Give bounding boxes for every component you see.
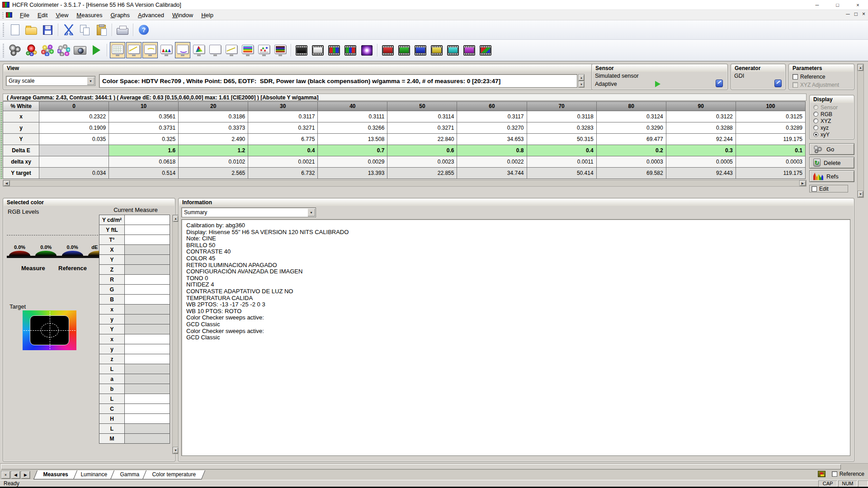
measure-cell[interactable]: 0.0618 (109, 156, 179, 168)
measure-cell[interactable]: 0.0003 (736, 156, 805, 168)
information-view-dropdown[interactable]: Summary ▼ (181, 207, 316, 217)
measure-cell[interactable]: 13.508 (318, 134, 387, 145)
menu-item-edit[interactable]: Edit (33, 11, 52, 19)
reference-checkbox[interactable]: Reference (793, 74, 825, 80)
copy-button[interactable] (77, 22, 93, 38)
measure-cell[interactable]: 92.244 (666, 134, 736, 145)
mdi-close-button[interactable]: × (862, 11, 865, 17)
pattern-white-button[interactable] (310, 42, 326, 58)
measure-cell[interactable]: 0.0011 (527, 156, 596, 168)
chevron-down-icon[interactable]: ▼ (87, 77, 94, 85)
measure-cell[interactable]: 2.490 (179, 134, 248, 145)
refs-button[interactable]: Refs (809, 170, 854, 182)
measure-cell[interactable]: 0.3125 (736, 111, 805, 122)
measure-cell[interactable]: 0.3124 (596, 111, 666, 122)
measure-cell[interactable]: 0.3271 (248, 122, 318, 134)
checkbox-icon[interactable] (832, 471, 837, 477)
minimize-button[interactable]: ─ (807, 0, 827, 10)
measure-cell[interactable]: 0.3186 (179, 111, 248, 122)
scroll-left-icon[interactable]: ◀ (3, 180, 10, 186)
reference-toggle-checkbox[interactable]: Reference (832, 471, 864, 477)
main-vertical-scrollbar[interactable]: ▲ ▼ (857, 64, 864, 198)
measure-cell[interactable]: 0.3117 (457, 111, 527, 122)
column-header[interactable]: 30 (248, 102, 318, 111)
measure-cell[interactable]: 0.325 (109, 134, 179, 145)
measure-cell[interactable]: 0.3114 (387, 111, 457, 122)
measure-cell[interactable]: 6.775 (248, 134, 318, 145)
graph-luminance-button[interactable] (175, 42, 190, 58)
menu-item-help[interactable]: Help (197, 11, 217, 19)
measure-cell[interactable]: 0.2322 (39, 111, 109, 122)
splitter-grip[interactable] (0, 101, 2, 179)
graph-cie-diagram-button[interactable] (191, 42, 207, 58)
tab-measures[interactable]: Measures (33, 470, 77, 479)
pattern-special-button[interactable] (359, 42, 374, 58)
column-header[interactable]: 80 (596, 102, 666, 111)
measure-cell[interactable] (39, 156, 109, 168)
print-button[interactable] (115, 22, 130, 38)
display-option-xyz[interactable]: xyz (813, 125, 854, 131)
measure-cell[interactable]: 0.0029 (318, 156, 387, 168)
column-header[interactable]: 70 (527, 102, 596, 111)
saturation-multi-button[interactable] (478, 42, 493, 58)
saturation-yellow-button[interactable] (429, 42, 444, 58)
menu-item-graphs[interactable]: Graphs (106, 11, 134, 19)
column-header[interactable]: 40 (318, 102, 387, 111)
radio-icon[interactable] (813, 125, 818, 130)
measure-cell[interactable]: 34.744 (457, 168, 527, 179)
configure-sensor-button[interactable] (716, 80, 723, 87)
measure-grayscale-button[interactable] (7, 42, 23, 58)
configure-generator-button[interactable] (774, 80, 782, 87)
graph-measures-grid-button[interactable] (110, 42, 125, 58)
display-option-rgb[interactable]: RGB (813, 111, 854, 117)
chevron-down-icon[interactable]: ▼ (307, 208, 315, 216)
radio-icon[interactable] (813, 118, 818, 123)
measure-cell[interactable]: 0.3288 (666, 122, 736, 134)
measure-cell[interactable]: 0.7 (318, 145, 387, 156)
pattern-rgb-button[interactable] (326, 42, 342, 58)
graph-gamma-secondary-button[interactable] (224, 42, 239, 58)
saturation-magenta-button[interactable] (462, 42, 477, 58)
measure-cell[interactable]: 0.0005 (666, 156, 736, 168)
scroll-right-icon[interactable]: ▶ (799, 180, 806, 186)
radio-icon[interactable] (813, 112, 818, 117)
measure-cell[interactable]: 0.6 (387, 145, 457, 156)
pattern-black-button[interactable] (294, 42, 309, 58)
graph-scatter-button[interactable] (256, 42, 272, 58)
measure-cell[interactable]: 0.0023 (387, 156, 457, 168)
measure-cell[interactable]: 0.034 (39, 168, 109, 179)
measure-cell[interactable]: 0.3111 (318, 111, 387, 122)
measure-cell[interactable]: 0.1 (736, 145, 805, 156)
graph-gamma-button[interactable] (126, 42, 142, 58)
measure-all-colors-button[interactable] (56, 42, 71, 58)
delete-button[interactable]: Delete (809, 157, 854, 169)
measure-cell[interactable]: 0.3122 (666, 111, 736, 122)
measure-cell[interactable]: 0.3270 (457, 122, 527, 134)
open-file-button[interactable] (24, 22, 39, 38)
measure-cell[interactable]: 0.0022 (457, 156, 527, 168)
measure-cell[interactable]: 0.0021 (248, 156, 318, 168)
column-header[interactable]: 10 (109, 102, 179, 111)
run-measure-button[interactable] (89, 42, 104, 58)
measure-cell[interactable]: 0.4 (527, 145, 596, 156)
view-mode-dropdown[interactable]: Gray scale ▼ (6, 76, 95, 86)
column-header[interactable]: 0 (39, 102, 109, 111)
graph-color-temperature-button[interactable] (159, 42, 174, 58)
paste-button[interactable] (94, 22, 109, 38)
saturation-green-button[interactable] (396, 42, 412, 58)
measure-cell[interactable]: 0.8 (457, 145, 527, 156)
measure-cell[interactable]: 69.477 (596, 134, 666, 145)
display-option-xyy[interactable]: xyY (813, 131, 854, 137)
saturation-red-button[interactable] (380, 42, 396, 58)
close-tab-button[interactable]: × (1, 471, 10, 479)
checkbox-icon[interactable] (793, 74, 798, 80)
menu-item-advanced[interactable]: Advanced (134, 11, 168, 19)
measure-cell[interactable]: 92.443 (666, 168, 736, 179)
tab-luminance[interactable]: Luminance (71, 470, 117, 479)
mdi-minimize-button[interactable]: ─ (846, 11, 850, 17)
measure-cell[interactable]: 0.3 (666, 145, 736, 156)
help-button[interactable] (136, 22, 151, 38)
measure-cell[interactable]: 69.582 (596, 168, 666, 179)
menu-item-measures[interactable]: Measures (72, 11, 106, 19)
measure-cell[interactable]: 119.175 (736, 168, 805, 179)
